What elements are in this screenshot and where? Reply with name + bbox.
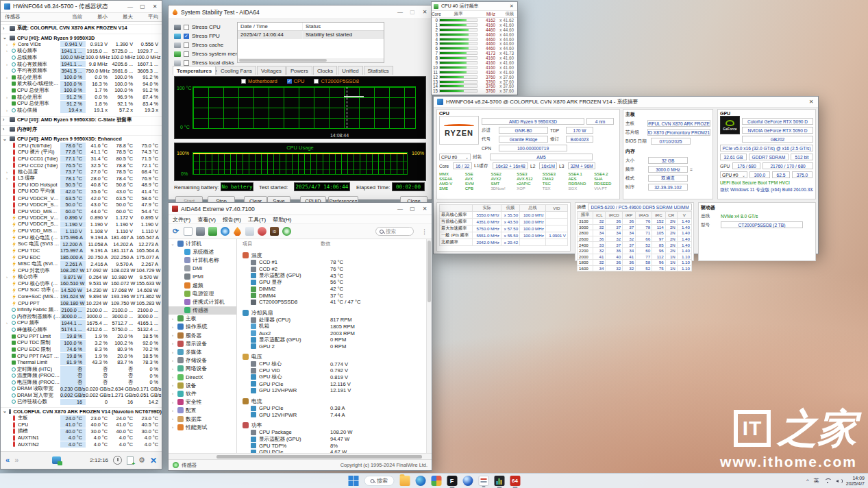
sensor-group-header[interactable]: ›CPU [#0]: AMD Ryzen 9 9950X3D: C-State … xyxy=(1,116,162,123)
sensor-item[interactable]: CCD #178 °C xyxy=(243,259,432,266)
tree-expand-icon[interactable]: › xyxy=(170,358,175,363)
tree-item-操作系统[interactable]: ›操作系统 xyxy=(169,323,236,331)
cpu-field-select[interactable]: CPU #0 xyxy=(439,154,471,160)
sensor-row[interactable]: 主板24.0 °C23.0 °C24.0 °C23.0 °C xyxy=(1,415,162,422)
sensor-row[interactable]: CPU PPT FAST Limit19.8 %1.9 %20.0 %18.5 … xyxy=(1,353,162,360)
sensor-item[interactable]: CCD #276 °C xyxy=(243,266,432,273)
sensor-row[interactable]: ›核心有效频率1941.1 ...9.8 MHz4205.6 ...1607.1… xyxy=(1,61,162,68)
sensor-row[interactable]: CPU 封装功率108.267 W17.092 W108.023 W104.72… xyxy=(1,267,162,274)
tree-item-便携式计算机[interactable]: 便携式计算机 xyxy=(169,297,236,306)
tree-item-计算机[interactable]: ⌄计算机 xyxy=(169,239,236,247)
sensor-row[interactable]: CPU VDDCR_VDD 电压 (SV...0.896 V0.890 V1.1… xyxy=(1,215,162,221)
photos-app-icon[interactable] xyxy=(431,476,441,486)
tree-expand-icon[interactable]: › xyxy=(170,417,175,421)
fan-icon[interactable] xyxy=(221,227,230,236)
sensor-row[interactable]: ›核心频率1941.1 ...1915.0 ...5725.0 ...1929.… xyxy=(1,48,162,55)
legend-item[interactable]: ✓CPU xyxy=(287,78,305,84)
sensor-row[interactable]: ›核心功率9.871 W0.264 W10.980 W9.570 W xyxy=(1,273,162,280)
sensor-item[interactable]: 显示适配器 (GPU)0 RPM xyxy=(243,337,432,343)
tree-item-DMI[interactable]: DMI xyxy=(169,265,236,273)
stability-titlebar[interactable]: System Stability Test - AIDA64 — ▢ ✕ xyxy=(169,5,432,19)
volume-icon[interactable] xyxy=(836,478,841,484)
sensor-item[interactable]: CPU VID0.792 V xyxy=(243,367,432,374)
sensor-row[interactable]: CPU VDDCR_SOC 电压 (SV...1.190 V1.190 V1.1… xyxy=(1,221,162,228)
tree-item-DirectX[interactable]: ›DirectX xyxy=(169,373,236,381)
tree-item-软件[interactable]: ›软件 xyxy=(169,389,236,398)
clock-icon[interactable] xyxy=(113,456,122,465)
sensor-row[interactable]: CPU VDDCR_SOC VRM (SV...50.0 °C43.0 °C50… xyxy=(1,202,162,208)
tree-item-存储设备[interactable]: ›存储设备 xyxy=(169,356,236,365)
close-icon[interactable]: ✕ xyxy=(421,9,428,15)
sensor-row[interactable]: 最大核心/线程使用率100.0 %16.3 %100.0 %94.0 % xyxy=(1,81,162,88)
sensor-group-header[interactable]: ⌄COLORFUL CVN X870 ARK FROZEN V14 (Nuvot… xyxy=(1,407,162,415)
start-button[interactable] xyxy=(348,476,358,486)
sensor-row[interactable]: CPU41.0 °C40.0 °C41.0 °C40.5 °C xyxy=(1,422,162,428)
sensor-row[interactable]: MISC 电流 (SVI3 TFN)2.261 A2.416 A9.570 A2… xyxy=(1,260,162,267)
tree-item-系统概述[interactable]: 系统概述 xyxy=(169,247,236,256)
tab-voltages[interactable]: Voltages xyxy=(257,66,286,75)
sensor-item[interactable]: GPU 20 RPM xyxy=(243,343,432,350)
menu-item[interactable]: 帮助(H) xyxy=(273,216,291,223)
close-icon[interactable]: ✕ xyxy=(151,3,158,10)
sensor-row[interactable]: CPU VDD_MISC 电压 (SVI3...1.110 V1.108 V1.… xyxy=(1,228,162,234)
sensor-row[interactable]: CPU CCD2 (Tdie)76.5 °C32.5 °C78.8 °C72.1… xyxy=(1,162,162,169)
log-hscrollbar[interactable] xyxy=(238,58,384,62)
tree-item-计算机名称[interactable]: 计算机名称 xyxy=(169,256,236,264)
wifi-icon[interactable] xyxy=(824,478,831,484)
tree-item-数据库[interactable]: ›数据库 xyxy=(169,415,236,423)
tab-temperatures[interactable]: Temperatures xyxy=(173,66,216,75)
sensors-layout-icon[interactable] xyxy=(52,456,61,464)
tree-item-服务器[interactable]: ›服务器 xyxy=(169,331,236,339)
sensor-row[interactable]: 总线频率100.0 MHz100.0 MHz100.0 MHz100.0 MHz xyxy=(1,54,162,61)
tree-expand-icon[interactable]: › xyxy=(170,317,175,321)
sensor-row[interactable]: CPU VDDCR_VDD VRM (S...63.5 °C42.0 °C63.… xyxy=(1,195,162,202)
sensor-row[interactable]: Infinity Fabric 频率 (FCLK)2100.0 ...2100.… xyxy=(1,306,162,313)
checkbox[interactable] xyxy=(184,25,189,30)
sensor-row[interactable]: 内存控制器频率 (UCLK)3000.0 ...3000.0 ...3000.0… xyxy=(1,313,162,320)
legend-checkbox[interactable] xyxy=(241,79,246,84)
sensor-row[interactable]: AUXTIN14.0 °C4.0 °C4.0 °C4.0 °C xyxy=(1,435,162,441)
tree-expand-icon[interactable]: › xyxy=(170,383,175,387)
close-icon[interactable]: ✕ xyxy=(421,206,428,212)
close-icon[interactable]: ✕ xyxy=(808,99,815,105)
sensor-row[interactable]: ›核心使用率91.2 %0.0 %96.9 %87.4 % xyxy=(1,94,162,101)
menu-item[interactable]: 文件(F) xyxy=(173,216,190,223)
minimize-icon[interactable]: — xyxy=(127,3,134,10)
sensor-row[interactable]: 已停驻核心数1601614.2 xyxy=(1,399,162,406)
menu-item[interactable]: 工具(T) xyxy=(248,216,266,223)
sensor-row[interactable]: CPU VDD_MISC VRM (SVI3...60.0 °C44.0 °C6… xyxy=(1,208,162,215)
sensor-row[interactable]: 峰值核心频率5174.1 ...4212.6 ...5750.0 ...5132… xyxy=(1,326,162,333)
vertical-scrollbar[interactable] xyxy=(426,239,432,453)
sensor-row[interactable]: CPU 核心功率 (SVI3 TFN)160.510 W9.531 W160.0… xyxy=(1,280,162,287)
sensor-row[interactable]: CPU IOD 平均值42.0 °C35.6 °C43.0 °C41.4 °C xyxy=(1,188,162,195)
tree-expand-icon[interactable]: › xyxy=(170,391,175,395)
sensor-row[interactable]: CPU (Tctl/Tdie)78.6 °C41.6 °C78.8 °C75.0… xyxy=(1,143,162,149)
maximize-icon[interactable]: ▢ xyxy=(139,3,146,10)
tab-unified[interactable]: Unified xyxy=(338,66,362,75)
checkbox[interactable] xyxy=(184,60,189,66)
sensor-row[interactable]: CPU 总使用率91.2 %1.8 %92.1 %83.4 % xyxy=(1,100,162,107)
sensor-item[interactable]: GPU 显存56 °C xyxy=(243,279,432,286)
legend-checkbox[interactable] xyxy=(314,79,319,84)
test-log-table[interactable]: Date / TimeStatus 2025/4/7 14:06:44Stabi… xyxy=(237,22,384,63)
sensor-row[interactable]: ›CPU 频率1944.1 ...1675.4 ...5712.7 ...416… xyxy=(1,320,162,327)
tab-powers[interactable]: Powers xyxy=(286,66,312,75)
edge-browser-icon[interactable] xyxy=(415,476,425,486)
sensor-row[interactable]: 电压降频 (PROCHOT EXT)否否否0 % xyxy=(1,379,162,386)
settings-gear-icon[interactable]: ⚙ xyxy=(138,456,145,464)
report-icon[interactable] xyxy=(184,227,193,236)
aida64-titlebar[interactable]: AIDA64 Extreme v7.40.7100 — ▢ ✕ xyxy=(169,203,432,215)
sensor-row[interactable]: CPU 核心电流 (SVI3 TFN)175.996 A9.194 A181.4… xyxy=(1,234,162,241)
tree-expand-icon[interactable]: › xyxy=(170,341,175,345)
tree-item-显示设备[interactable]: ›显示设备 xyxy=(169,339,236,347)
dashboard-icon[interactable] xyxy=(282,227,291,236)
sensor-row[interactable]: ›核心使用率100.0 %0.0 %100.0 %91.2 % xyxy=(1,74,162,81)
menu-item[interactable]: 查看(V) xyxy=(197,216,216,223)
sensor-item[interactable]: CPU 核心0.774 V xyxy=(243,361,432,367)
tree-expand-icon[interactable]: › xyxy=(170,367,175,371)
tree-item-网络设备[interactable]: ›网络设备 xyxy=(169,365,236,373)
tree-expand-icon[interactable]: › xyxy=(170,408,175,413)
tree-expand-icon[interactable]: › xyxy=(170,400,175,404)
sensor-row[interactable]: Core+SoC (MISC) 功率 (SVI...191.624 W9.894… xyxy=(1,293,162,300)
core-clocks-titlebar[interactable]: CPU #0 运行频率 ✕ xyxy=(432,2,517,11)
